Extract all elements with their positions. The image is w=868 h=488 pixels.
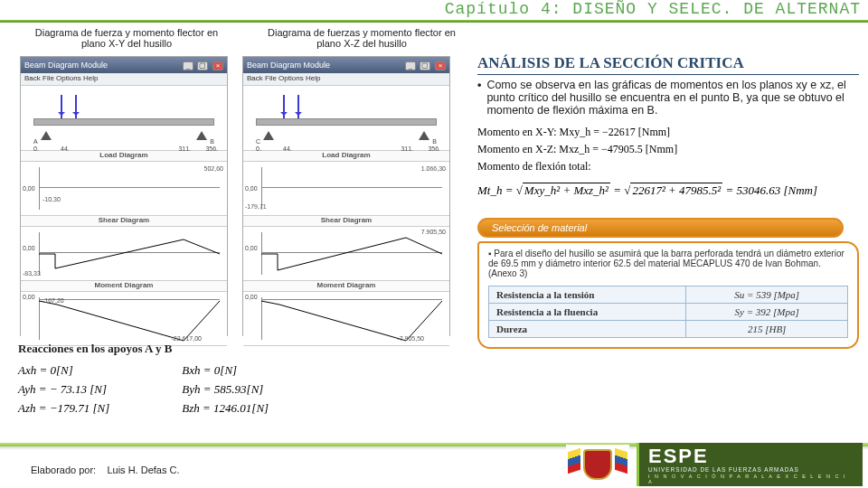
axis-marker: A [33, 138, 38, 145]
brand-motto: I N N O V A C I Ó N P A R A L A E X C E … [648, 474, 854, 484]
load-diagram-header: Load Diagram [21, 151, 227, 162]
espe-brand: ESPE UNIVERSIDAD DE LAS FUERZAS ARMADAS … [637, 443, 863, 486]
window-titlebar: Beam Diagram Module _ ▢ × [21, 57, 227, 73]
axis-marker: C [256, 138, 260, 145]
plot-value: 7.905,50 [421, 229, 446, 235]
prop-value: 215 [HB] [686, 320, 848, 337]
window-controls: _ ▢ × [181, 61, 223, 70]
material-note: Para el diseño del husillo se asumirá qu… [488, 249, 848, 278]
logo-block: ESPE UNIVERSIDAD DE LAS FUERZAS ARMADAS … [566, 443, 863, 486]
plot-value: 0,00 [245, 185, 258, 192]
table-row: Dureza 215 [HB] [489, 320, 848, 337]
material-selection-box: Para el diseño del husillo se asumirá qu… [477, 241, 859, 349]
author-line: Elaborado por: Luis H. Defas C. [31, 465, 180, 475]
force-arrow-icon [283, 95, 285, 118]
reaction-value: Bzh = 1246.01[N] [182, 399, 269, 418]
plot-value: -179,71 [245, 203, 267, 210]
reaction-value: Azh = −179.71 [N] [18, 399, 109, 418]
plot-value: 0,00 [23, 294, 35, 300]
force-arrow-icon [297, 95, 299, 118]
reactions-col-a: Axh = 0[N] Ayh = − 73.13 [N] Azh = −179.… [18, 361, 109, 418]
formula-result: = 53046.63 [Nmm] [725, 183, 817, 197]
plot-value: 0,00 [245, 294, 258, 300]
material-selection-header: Selección de material [477, 218, 844, 238]
slide-footer: Elaborado por: Luis H. Defas C. ESPE UNI… [0, 443, 868, 488]
beam-window-xz: Beam Diagram Module _ ▢ × Back File Opti… [242, 56, 450, 336]
beam-icon [256, 118, 437, 126]
load-diagram-header: Load Diagram [243, 151, 449, 162]
moment-diagram-header: Moment Diagram [243, 281, 449, 292]
beam-panel: A B 0. 44. 311. 356. [21, 86, 227, 151]
shear-plot: 0,00 -83,33 [21, 227, 227, 281]
header-underline [0, 20, 868, 23]
window-menu[interactable]: Back File Options Help [21, 73, 227, 86]
chapter-header: Capítulo 4: DISEÑO Y SELEC. DE ALTERNAT [0, 0, 868, 20]
axis-marker: B [432, 138, 437, 145]
support-icon [419, 126, 429, 140]
moment-total-label: Momento de flexión total: [477, 158, 859, 175]
support-icon [41, 126, 52, 140]
reactions-block: Reacciones en los apoyos A y B Axh = 0[N… [18, 342, 452, 418]
beam-panel: C B 0. 44. 311. 356. [243, 86, 449, 151]
maximize-icon[interactable]: ▢ [420, 61, 430, 70]
plot-value: -167,20 [42, 297, 64, 304]
tick: 356. [428, 145, 440, 152]
formula-lhs: Mt_h = [477, 183, 513, 197]
analysis-bullet-text: Como se observa en las gráficas de momen… [486, 79, 859, 117]
table-row: Resistencia a la tensión Su = 539 [Mpa] [489, 286, 848, 303]
moment-xz: Momento en X-Z: Mxz_h = −47905.5 [Nmm] [477, 141, 859, 158]
author-label: Elaborado por: [31, 465, 96, 475]
moment-plot: 0,00 -167,20 -22.617,00 [21, 292, 227, 346]
prop-name: Resistencia a la fluencia [489, 303, 686, 320]
tick: 0. [256, 145, 261, 152]
brand-name: ESPE [648, 446, 854, 466]
prop-value: Sy = 392 [Mpa] [686, 303, 848, 320]
analysis-title: ANÁLISIS DE LA SECCIÓN CRITICA [477, 54, 859, 75]
window-title: Beam Diagram Module [247, 61, 330, 70]
minimize-icon[interactable]: _ [183, 61, 193, 70]
moment-values: Momento en X-Y: Mxy_h = −22617 [Nmm] Mom… [477, 124, 859, 176]
plot-value: 0,00 [245, 245, 258, 251]
load-plot: 1.066,30 0,00 -179,71 [243, 162, 449, 216]
shear-plot: 7.905,50 0,00 [243, 227, 449, 281]
plot-value: -83,33 [23, 270, 41, 277]
tick: 356. [205, 145, 218, 152]
reaction-value: Byh = 585.93[N] [182, 380, 269, 399]
prop-name: Resistencia a la tensión [489, 286, 686, 303]
force-arrow-icon [75, 95, 77, 118]
reaction-value: Bxh = 0[N] [182, 361, 269, 380]
plot-value: 0,00 [23, 185, 35, 192]
analysis-block: ANÁLISIS DE LA SECCIÓN CRITICA •Como se … [477, 54, 859, 349]
plot-value: 0,00 [23, 245, 35, 251]
close-icon[interactable]: × [212, 61, 223, 70]
reactions-col-b: Bxh = 0[N] Byh = 585.93[N] Bzh = 1246.01… [182, 361, 269, 418]
chapter-title: Capítulo 4: DISEÑO Y SELEC. DE ALTERNAT [445, 0, 861, 18]
formula-sqrt1: Mxy_h² + Mxz_h² [523, 183, 610, 197]
total-moment-formula: Mt_h = √Mxy_h² + Mxz_h² = √22617² + 4798… [477, 183, 859, 198]
shear-diagram-header: Shear Diagram [21, 216, 227, 227]
tick: 0. [33, 145, 39, 152]
plot-value: -22.617,00 [172, 335, 202, 342]
maximize-icon[interactable]: ▢ [197, 61, 208, 70]
window-title: Beam Diagram Module [24, 61, 108, 70]
reaction-value: Axh = 0[N] [18, 361, 109, 380]
analysis-bullet: •Como se observa en las gráficas de mome… [477, 79, 859, 117]
minimize-icon[interactable]: _ [405, 61, 416, 70]
reactions-header: Reacciones en los apoyos A y B [18, 342, 452, 356]
left-diagram-title: Diagrama de fuerza y momento flector en … [27, 27, 226, 49]
brand-subtitle: UNIVERSIDAD DE LAS FUERZAS ARMADAS [648, 466, 854, 473]
tick: 311. [178, 145, 191, 152]
close-icon[interactable]: × [435, 61, 446, 70]
tick: 44. [283, 145, 292, 152]
plot-value: 1.066,30 [421, 165, 446, 172]
window-menu[interactable]: Back File Options Help [243, 73, 449, 86]
table-row: Resistencia a la fluencia Sy = 392 [Mpa] [489, 303, 848, 320]
beam-window-xy: Beam Diagram Module _ ▢ × Back File Opti… [20, 56, 228, 336]
force-arrow-icon [61, 95, 62, 118]
tick: 311. [401, 145, 413, 152]
shear-diagram-header: Shear Diagram [243, 216, 449, 227]
window-controls: _ ▢ × [403, 61, 446, 70]
formula-sqrt2: 22617² + 47985.5² [630, 183, 722, 197]
window-titlebar: Beam Diagram Module _ ▢ × [243, 57, 449, 73]
support-icon [196, 126, 207, 140]
